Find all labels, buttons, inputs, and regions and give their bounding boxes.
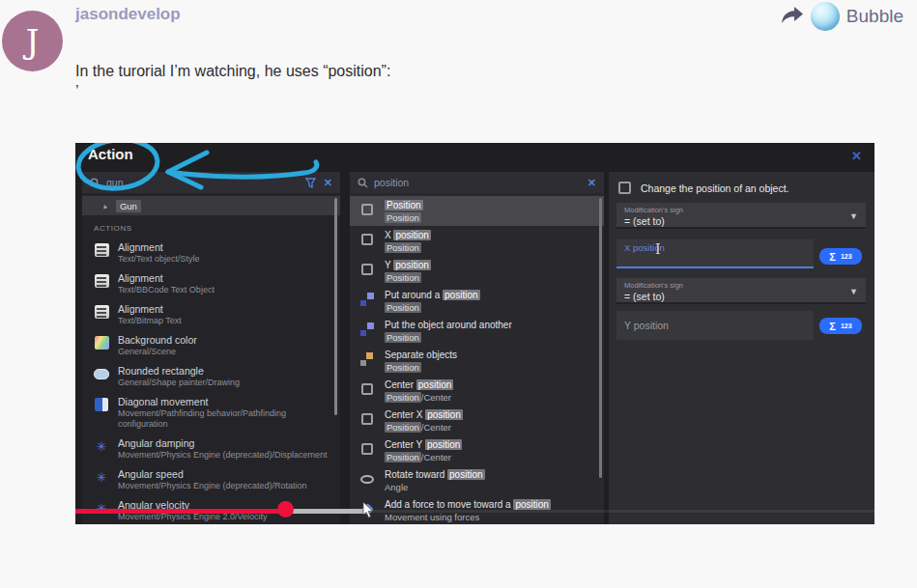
objects-panel: gun ✕ ▲ Gun ACTIONS AlignmentText/Text o… — [82, 172, 340, 524]
checkbox-icon — [359, 262, 375, 277]
item-subtitle: General/Shape painter/Drawing — [118, 378, 240, 388]
left-scrollbar[interactable] — [334, 198, 337, 415]
item-subtitle: Position/Center — [385, 392, 453, 404]
action-result-item[interactable]: Center Y positionPosition/Center — [350, 435, 604, 465]
object-search-input[interactable]: gun — [106, 177, 300, 188]
object-row-gun[interactable]: ▲ Gun — [82, 196, 340, 215]
video-playhead[interactable] — [277, 501, 294, 518]
modification-sign-dropdown-1[interactable]: Modification's sign = (set to) ▼ — [616, 203, 866, 229]
chevron-up-icon: ▲ — [100, 202, 109, 210]
actions-section-header: ACTIONS — [94, 224, 340, 233]
object-name-chip: Gun — [116, 200, 141, 212]
x-position-field[interactable]: X position — [616, 239, 814, 268]
item-title: Angular speed — [118, 468, 307, 481]
item-title: Alignment — [118, 272, 215, 285]
object-search-bar[interactable]: gun ✕ — [82, 172, 340, 193]
embedded-screenshot[interactable]: Action ✕ gun ✕ ▲ Gun ACTIONS AlignmentTe… — [75, 143, 874, 524]
item-subtitle: Movement/Physics Engine (deprecated)/Rot… — [118, 481, 307, 491]
item-title: Diagonal movement — [118, 396, 329, 408]
action-category-item[interactable]: Diagonal movementMovement/Pathfinding be… — [82, 392, 334, 434]
numbers-icon: 123 — [841, 322, 852, 329]
bubble-icon[interactable] — [811, 2, 840, 31]
item-subtitle: Movement/Physics Engine (deprecated)/Dis… — [118, 450, 328, 461]
modification-sign-dropdown-2[interactable]: Modification's sign = (set to) ▼ — [616, 278, 866, 304]
item-subtitle: General/Scene — [118, 347, 197, 357]
middle-scrollbar[interactable] — [599, 198, 602, 478]
rotate-icon — [359, 471, 375, 487]
action-result-item[interactable]: Center X positionPosition/Center — [350, 406, 604, 435]
item-subtitle: Text/Bitmap Text — [118, 316, 182, 326]
chevron-down-icon: ▼ — [849, 211, 858, 221]
item-title: Rotate toward position — [385, 469, 485, 481]
item-title: Angular damping — [118, 437, 328, 450]
action-category-item[interactable]: AlignmentText/Text object/Style — [82, 238, 334, 268]
item-title: Position — [385, 200, 423, 211]
align-icon — [94, 304, 109, 320]
action-category-item[interactable]: AlignmentText/Bitmap Text — [82, 299, 334, 330]
checkbox-icon — [359, 381, 375, 397]
video-progress-track[interactable] — [367, 510, 874, 513]
item-title: Center Y position — [385, 439, 462, 451]
item-title: Put the object around another — [385, 320, 512, 331]
checkbox-icon — [359, 411, 375, 427]
checkbox-icon[interactable] — [618, 182, 631, 194]
video-progress-played[interactable] — [75, 509, 286, 514]
align-icon — [94, 273, 109, 289]
action-category-list: AlignmentText/Text object/StyleAlignment… — [82, 238, 334, 524]
checkbox-icon — [359, 202, 375, 217]
expression-editor-button-x[interactable]: Σ 123 — [819, 248, 862, 265]
post-body-line2: ’ — [75, 83, 79, 100]
x-position-label: X position — [624, 242, 806, 253]
action-category-item[interactable]: Rounded rectangleGeneral/Shape painter/D… — [82, 361, 334, 392]
y-position-placeholder: Y position — [624, 320, 806, 331]
clear-search-icon[interactable]: ✕ — [324, 177, 332, 189]
action-result-list: PositionPositionX positionPositionY posi… — [350, 196, 604, 524]
change-position-row[interactable]: Change the position of an object. — [609, 172, 874, 194]
username[interactable]: jasondevelop — [75, 5, 181, 24]
action-search-bar[interactable]: position ✕ — [350, 172, 604, 193]
action-search-input[interactable]: position — [374, 177, 582, 188]
item-subtitle: Angle — [385, 482, 485, 493]
action-category-item[interactable]: AlignmentText/BBCode Text Object — [82, 268, 334, 299]
dropdown-label: Modification's sign — [624, 206, 858, 214]
share-arrow-icon[interactable] — [781, 7, 804, 26]
pathfind-icon — [94, 397, 109, 412]
action-result-item[interactable]: Put around a positionPosition — [350, 286, 604, 316]
item-subtitle: Text/BBCode Text Object — [118, 285, 215, 295]
item-title: Center X position — [385, 409, 463, 421]
item-subtitle: Position — [385, 302, 480, 314]
clear-search-icon[interactable]: ✕ — [587, 177, 596, 189]
item-title: Alignment — [118, 241, 200, 254]
physics-icon — [94, 438, 109, 454]
action-result-item[interactable]: Separate objectsPosition — [350, 346, 604, 376]
action-category-item[interactable]: Background colorGeneral/Scene — [82, 330, 334, 361]
action-category-item[interactable]: Angular dampingMovement/Physics Engine (… — [82, 434, 334, 464]
item-title: Alignment — [118, 303, 182, 316]
y-position-field[interactable]: Y position — [616, 311, 814, 340]
item-subtitle: Position — [385, 212, 423, 224]
action-category-item[interactable]: Angular speedMovement/Physics Engine (de… — [82, 464, 334, 495]
expression-editor-button-y[interactable]: Σ 123 — [819, 318, 862, 334]
item-subtitle: Position — [385, 242, 431, 254]
video-progress-buffered[interactable] — [286, 509, 367, 514]
action-result-item[interactable]: Y positionPosition — [350, 256, 604, 286]
item-title: Center position — [385, 379, 453, 391]
item-title: X position — [385, 230, 431, 241]
item-title: Y position — [385, 260, 431, 271]
filter-icon[interactable] — [305, 178, 316, 188]
action-result-item[interactable]: PositionPosition — [350, 196, 604, 226]
action-result-item[interactable]: Put the object around anotherPosition — [350, 316, 604, 346]
change-position-label: Change the position of an object. — [641, 182, 789, 194]
action-result-item[interactable]: X positionPosition — [350, 226, 604, 256]
close-icon[interactable]: ✕ — [851, 149, 862, 163]
action-config-panel: Change the position of an object. Modifi… — [609, 172, 874, 524]
share-label[interactable]: Bubble — [846, 6, 903, 27]
item-title: Put around a position — [385, 290, 480, 301]
item-subtitle: Text/Text object/Style — [118, 254, 200, 265]
dialog-title: Action — [88, 146, 133, 162]
action-result-item[interactable]: Center positionPosition/Center — [350, 376, 604, 406]
avatar[interactable]: J — [2, 11, 63, 71]
squares-icon — [359, 322, 375, 337]
action-result-item[interactable]: Rotate toward positionAngle — [350, 465, 604, 495]
sigma-icon: Σ — [829, 321, 836, 332]
